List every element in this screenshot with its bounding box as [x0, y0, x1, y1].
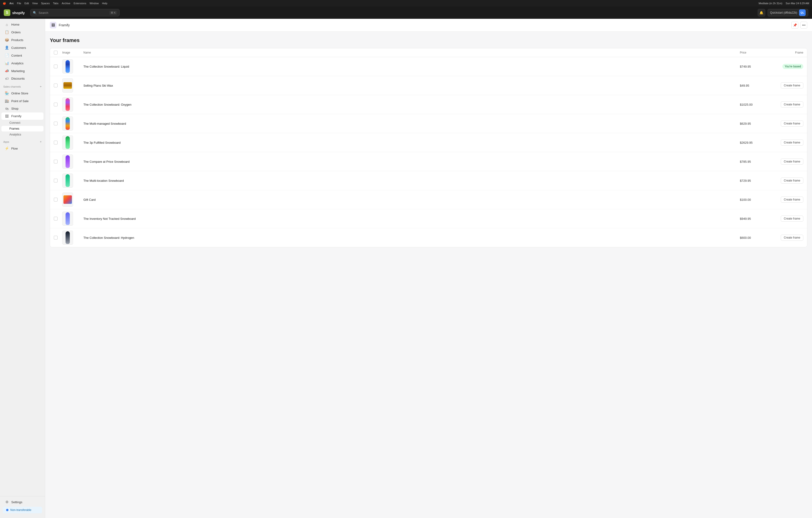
- product-name: Gift Card: [83, 198, 740, 202]
- shopify-logo[interactable]: S shopify: [4, 9, 25, 16]
- search-bar[interactable]: 🔍 Search ⌘ K: [30, 9, 120, 17]
- pos-icon: 🏬: [5, 99, 9, 103]
- shopify-header: S shopify 🔍 Search ⌘ K 🔔 Quickstart (df6…: [0, 7, 812, 19]
- sidebar-subitem-connect[interactable]: Connect: [1, 120, 44, 126]
- sidebar-item-shop[interactable]: 🛍 Shop: [1, 105, 44, 112]
- sales-channels-expand-icon[interactable]: +: [40, 85, 41, 88]
- sidebar-item-label: Online Store: [11, 92, 28, 95]
- table-row: The Multi-managed Snowboard $629.95 Crea…: [50, 114, 807, 133]
- create-frame-button[interactable]: Create frame: [781, 120, 803, 127]
- row-checkbox[interactable]: [54, 179, 58, 182]
- sidebar-item-online-store[interactable]: 🏪 Online Store: [1, 89, 44, 97]
- snowboard-img-inventory: [65, 212, 70, 225]
- sales-channels-section: Sales channels +: [0, 83, 45, 89]
- sidebar-item-orders[interactable]: 📋 Orders: [1, 28, 44, 36]
- non-transferable-dot: [6, 509, 8, 511]
- row-checkbox[interactable]: [54, 236, 58, 240]
- sidebar-item-label: Analytics: [11, 62, 24, 65]
- table-row: The Multi-location Snowboard $729.95 Cre…: [50, 171, 807, 190]
- sidebar-item-label: Marketing: [11, 69, 25, 73]
- row-checkbox[interactable]: [54, 122, 58, 125]
- settings-item[interactable]: ⚙ Settings: [1, 498, 44, 506]
- row-checkbox[interactable]: [54, 160, 58, 163]
- menu-help[interactable]: Help: [102, 2, 107, 5]
- create-frame-button[interactable]: Create frame: [781, 101, 803, 108]
- product-name: The Multi-managed Snowboard: [83, 122, 740, 125]
- row-checkbox[interactable]: [54, 102, 58, 106]
- product-price: $749.95: [740, 65, 768, 68]
- col-frame: Frame: [768, 51, 803, 54]
- mac-bar-right: Meditate (in 2h 31m) Sun Mar 24 6:29 AM: [759, 2, 809, 5]
- create-frame-button[interactable]: Create frame: [781, 158, 803, 164]
- mac-bar-left: 🍎 Arc File Edit View Spaces Tabs Archive…: [3, 2, 107, 5]
- create-frame-button[interactable]: Create frame: [781, 140, 803, 146]
- apple-menu[interactable]: 🍎: [3, 2, 6, 5]
- snowboard-img-purple: [65, 155, 70, 168]
- row-checkbox[interactable]: [54, 65, 58, 68]
- create-frame-button[interactable]: Create frame: [781, 216, 803, 222]
- product-name: The Multi-location Snowboard: [83, 179, 740, 182]
- create-frame-button[interactable]: Create frame: [781, 235, 803, 241]
- menu-extensions[interactable]: Extensions: [74, 2, 86, 5]
- app-header: 🖼 Framify 📌 •••: [45, 19, 812, 32]
- menu-archive[interactable]: Archive: [62, 2, 70, 5]
- sidebar-item-analytics[interactable]: 📊 Analytics: [1, 59, 44, 67]
- menu-view[interactable]: View: [32, 2, 38, 5]
- select-all-checkbox[interactable]: [54, 51, 58, 55]
- sidebar-item-discounts[interactable]: 🏷 Discounts: [1, 75, 44, 82]
- menu-tabs[interactable]: Tabs: [53, 2, 58, 5]
- orders-icon: 📋: [5, 30, 9, 34]
- menu-spaces[interactable]: Spaces: [41, 2, 50, 5]
- row-checkbox[interactable]: [54, 217, 58, 220]
- quickstart-label: Quickstart (df6da22b): [770, 11, 797, 14]
- col-name: Name: [83, 51, 740, 54]
- header-right: 🔔 Quickstart (df6da22b) QL: [758, 9, 808, 17]
- snowboard-img-green2: [65, 174, 70, 187]
- sidebar-item-point-of-sale[interactable]: 🏬 Point of Sale: [1, 97, 44, 105]
- shop-icon: 🛍: [5, 106, 9, 111]
- row-checkbox[interactable]: [54, 198, 58, 202]
- create-frame-button[interactable]: Create frame: [781, 196, 803, 203]
- sidebar-item-customers[interactable]: 👤 Customers: [1, 44, 44, 52]
- product-image: [62, 59, 73, 73]
- apps-expand-icon[interactable]: +: [40, 140, 41, 144]
- non-transferable-item[interactable]: Non-transferable: [3, 507, 42, 513]
- table-row: Gift Card $100.00 Create frame: [50, 190, 807, 209]
- sidebar-item-label: Content: [11, 54, 22, 57]
- sidebar-subitem-label: Analytics: [9, 133, 21, 136]
- snowboard-img-multi: [65, 117, 70, 130]
- table-header: Image Name Price Frame: [50, 49, 807, 57]
- sidebar-item-home[interactable]: ⌂ Home: [1, 21, 44, 28]
- row-checkbox[interactable]: [54, 141, 58, 144]
- product-price: $1025.00: [740, 103, 768, 106]
- sidebar-item-products[interactable]: 📦 Products: [1, 36, 44, 44]
- page-title: Your frames: [50, 37, 807, 43]
- product-price: $949.95: [740, 217, 768, 220]
- discounts-icon: 🏷: [5, 77, 9, 81]
- sidebar-item-marketing[interactable]: 📣 Marketing: [1, 67, 44, 75]
- sidebar-item-content[interactable]: 📄 Content: [1, 52, 44, 59]
- menu-file[interactable]: File: [17, 2, 21, 5]
- sidebar-item-flow[interactable]: ⚡ Flow: [1, 145, 44, 152]
- create-frame-button[interactable]: Create frame: [781, 83, 803, 89]
- pin-button[interactable]: 📌: [791, 22, 799, 29]
- more-button[interactable]: •••: [800, 22, 807, 29]
- sidebar-subitem-analytics[interactable]: Analytics: [1, 132, 44, 138]
- quickstart-button[interactable]: Quickstart (df6da22b) QL: [767, 9, 808, 17]
- content-icon: 📄: [5, 53, 9, 58]
- col-image: Image: [62, 51, 83, 54]
- menu-window[interactable]: Window: [89, 2, 99, 5]
- sidebar-item-framify[interactable]: 🖼 Framify: [1, 113, 44, 120]
- create-frame-button[interactable]: Create frame: [781, 178, 803, 184]
- status-label: Meditate (in 2h 31m): [759, 2, 782, 5]
- sidebar-subitem-frames[interactable]: Frames: [1, 126, 44, 131]
- product-price: $2629.95: [740, 141, 768, 144]
- product-image: [62, 79, 73, 93]
- sidebar-item-label: Products: [11, 38, 23, 42]
- row-checkbox[interactable]: [54, 84, 58, 87]
- notification-button[interactable]: 🔔: [758, 9, 765, 17]
- menu-edit[interactable]: Edit: [24, 2, 29, 5]
- sidebar-subitem-label: Connect: [9, 121, 21, 124]
- non-transferable-label: Non-transferable: [10, 508, 31, 512]
- product-image: [62, 135, 73, 150]
